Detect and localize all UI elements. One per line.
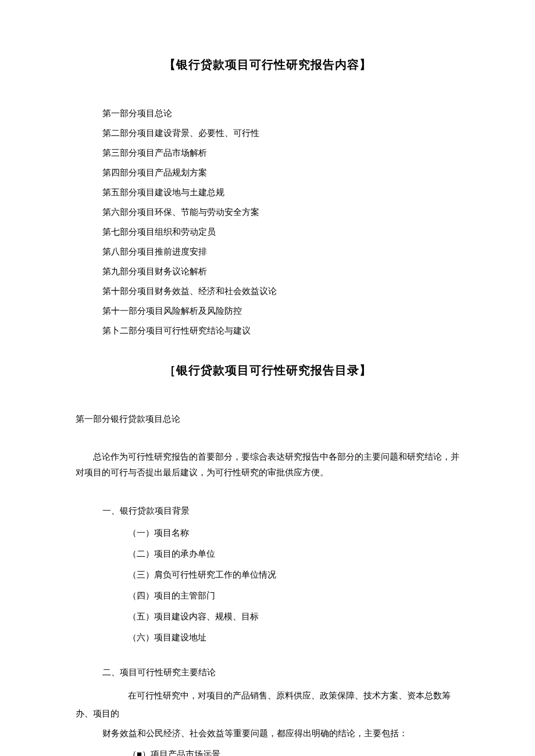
part-item: 第六部分项目环保、节能与劳动安全方案 [102, 205, 459, 219]
part-item: 第三部分项目产品市场解析 [102, 146, 459, 160]
filled-square-icon: ■ [137, 749, 142, 757]
paren-open: （ [128, 750, 137, 757]
part-item: 第一部分项目总论 [102, 106, 459, 120]
part-item: 第五部分项目建设地与土建总规 [102, 185, 459, 199]
section-1-heading: 第一部分银行贷款项目总论 [76, 412, 459, 426]
part-item: 第二部分项目建设背景、必要性、可行性 [102, 126, 459, 140]
document-title-2: ［银行贷款项目可行性研究报告目录】 [76, 361, 459, 379]
section-1-intro: 总论作为可行性研究报告的首要部分，要综合表达研究报告中各部分的主要问题和研究结论… [76, 449, 459, 481]
list-item: （■）项目产品市场远景 [128, 747, 459, 757]
list-item: （六）项目建设地址 [128, 630, 459, 644]
document-title-1: 【银行贷款项目可行性研究报告内容】 [76, 55, 459, 74]
list-item: （三）肩负可行性研究工作的单位情况 [128, 568, 459, 582]
part-item: 第四部分项目产品规划方案 [102, 166, 459, 180]
list-item: （二）项目的承办单位 [128, 547, 459, 561]
list-item: （一）项目名称 [128, 526, 459, 540]
part-item: 第七部分项目组织和劳动定员 [102, 225, 459, 239]
part-item: 第九部分项目财务议论解析 [102, 264, 459, 278]
part-item: 第卜二部分项目可行性研究结论与建议 [102, 324, 459, 338]
list-item: （四）项目的主管部门 [128, 589, 459, 603]
parts-overview-list: 第一部分项目总论 第二部分项目建设背景、必要性、可行性 第三部分项目产品市场解析… [102, 106, 459, 338]
item-text: ）项目产品市场远景 [142, 750, 220, 757]
subsection-2-heading: 二、项目可行性研究主要结论 [102, 665, 459, 679]
part-item: 第十部分项目财务效益、经济和社会效益议论 [102, 284, 459, 298]
list-item: （五）项目建设内容、规模、目标 [128, 610, 459, 624]
part-item: 第八部分项目推前进度安排 [102, 245, 459, 259]
paragraph-line: 财务效益和公民经济、社会效益等重要问题，都应得出明确的结论，主要包括： [102, 726, 459, 740]
subsection-1-heading: 一、银行贷款项目背景 [102, 504, 459, 518]
paragraph-line: 办、项目的 [76, 707, 459, 721]
paragraph-line: 在可行性研究中，对项目的产品销售、原料供应、政策保障、技术方案、资本总数筹 [128, 687, 459, 704]
part-item: 第十一部分项目风险解析及风险防控 [102, 304, 459, 318]
